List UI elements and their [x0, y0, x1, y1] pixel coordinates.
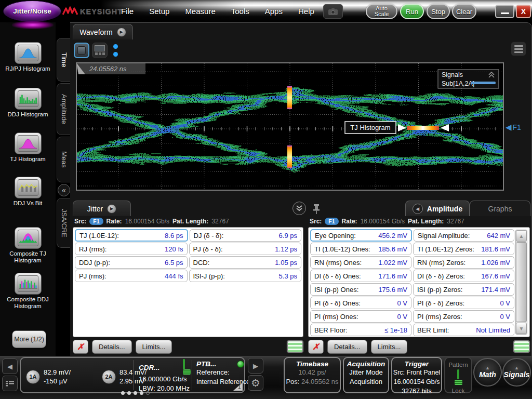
- channel-2a-badge[interactable]: 2A: [102, 370, 116, 384]
- result-cell[interactable]: DJ (δ - δ):6.9 ps: [190, 229, 302, 242]
- dock-scroll-left-button[interactable]: ◀: [2, 358, 18, 374]
- graphs-tab[interactable]: Graphs: [470, 201, 530, 216]
- jitter-tab[interactable]: Jitter ▶: [73, 201, 131, 216]
- trigger-panel[interactable]: Trigger Src: Front Panel 16.000154 Gb/s …: [391, 357, 442, 393]
- result-cell[interactable]: DI (δ - δ) Ones:171.6 mV: [310, 270, 411, 282]
- amplitude-details-button[interactable]: Details...: [327, 340, 367, 354]
- result-cell[interactable]: Signal Amplitude:642 mV: [414, 229, 514, 242]
- menu-file[interactable]: File: [121, 7, 134, 16]
- scroll-down-icon[interactable]: ▼: [516, 323, 527, 334]
- result-cell[interactable]: ISI-J (p-p):5.3 ps: [189, 270, 302, 282]
- vtab-jsa-cre[interactable]: JSA/CRE: [57, 198, 71, 248]
- channel-1a-badge[interactable]: 1A: [26, 370, 40, 384]
- more-measurements-button[interactable]: More (1/2): [12, 330, 46, 348]
- menu-measure[interactable]: Measure: [185, 7, 215, 16]
- amplitude-results-tab[interactable]: ◀ Amplitude: [405, 201, 470, 216]
- tj-histogram-label: TJ Histogram: [350, 124, 390, 131]
- result-cell[interactable]: RJ (rms):120 fs: [75, 243, 188, 255]
- screenshot-button[interactable]: [323, 4, 343, 19]
- source-badge[interactable]: F1: [89, 218, 103, 225]
- eye-diagram-display[interactable]: TJ Histogram Signals Sub[1A,2A] 24.05562…: [76, 62, 504, 191]
- composite-bars-icon: [18, 276, 38, 291]
- vtab-time[interactable]: Time: [57, 38, 71, 82]
- vtab-amplitude[interactable]: Amplitude: [57, 83, 71, 135]
- menu-setup[interactable]: Setup: [149, 7, 169, 16]
- sidebar-item-ddj-histogram[interactable]: DDJ Histogram: [0, 88, 56, 118]
- acquisition-panel[interactable]: Acquisition Jitter Mode Acquisition: [343, 357, 389, 393]
- result-cell[interactable]: Eye Opening:456.2 mV: [310, 229, 412, 242]
- clear-button[interactable]: Clear: [452, 4, 476, 19]
- amplitude-table-scrollbar[interactable]: ▲ ▼: [515, 230, 527, 335]
- result-cell[interactable]: PI (δ - δ) Zeros:0 V: [413, 297, 514, 309]
- sidebar-collapse-button[interactable]: «: [58, 184, 70, 196]
- result-cell[interactable]: PI (δ - δ) Ones:0 V: [310, 297, 411, 309]
- view-indicator-dot-1[interactable]: [113, 44, 118, 49]
- result-cell[interactable]: DDJ (p-p):6.5 ps: [75, 256, 188, 269]
- stop-button[interactable]: Stop: [427, 4, 450, 19]
- sidebar-item-rjpj-histogram[interactable]: RJ/PJ Histogram: [0, 42, 56, 72]
- signals-legend[interactable]: Signals Sub[1A,2A]: [438, 70, 499, 88]
- f1-source-marker[interactable]: ◀ F1: [506, 123, 521, 132]
- result-value: 1.026 mV: [481, 259, 510, 267]
- amplitude-close-button[interactable]: ✗: [308, 340, 324, 354]
- app-logo[interactable]: Jitter/Noise: [3, 1, 61, 22]
- eye-diagram[interactable]: TJ Histogram Signals Sub[1A,2A] 24.05562…: [77, 63, 503, 190]
- result-cell[interactable]: RN (rms) Zeros:1.026 mV: [413, 256, 514, 269]
- math-button[interactable]: ▲ Math: [473, 358, 502, 387]
- result-cell[interactable]: TJ (1.0E-12):8.6 ps: [75, 229, 188, 242]
- waveform-tab[interactable]: Waveform ▶: [73, 24, 133, 39]
- sidebar-item-composite-ddj-histogram[interactable]: Composite DDJ Histogram: [0, 273, 56, 310]
- result-cell[interactable]: TI (1.0E-12) Zeros:181.6 mV: [413, 243, 514, 255]
- jitter-histogram-toggle[interactable]: [287, 340, 303, 353]
- menu-apps[interactable]: Apps: [265, 7, 283, 16]
- result-cell[interactable]: DI (δ - δ) Zeros:167.6 mV: [413, 270, 514, 282]
- result-cell[interactable]: PI (rms) Ones:0 V: [310, 310, 411, 323]
- result-cell[interactable]: BER Limit:Not Limited: [413, 324, 514, 336]
- jitter-close-button[interactable]: ✗: [73, 340, 88, 354]
- result-cell[interactable]: PJ (δ - δ):1.12 ps: [189, 243, 302, 255]
- sidebar-item-tj-histogram[interactable]: TJ Histogram: [0, 132, 56, 163]
- result-cell[interactable]: PJ (rms):444 fs: [75, 270, 188, 282]
- jitter-details-button[interactable]: Details...: [92, 340, 132, 354]
- result-cell[interactable]: PI (rms) Zeros:0 V: [413, 310, 514, 323]
- amplitude-histogram-toggle[interactable]: [513, 340, 530, 353]
- result-cell[interactable]: RN (rms) Ones:1.022 mV: [310, 256, 411, 269]
- panel-collapse-button[interactable]: [292, 202, 306, 215]
- menu-tools[interactable]: Tools: [231, 7, 249, 16]
- dock-list-button[interactable]: [2, 376, 18, 391]
- waveform-tab-menu-icon[interactable]: ▶: [117, 28, 126, 37]
- view-indicator-dot-2[interactable]: [113, 52, 118, 57]
- sidebar-item-composite-tj-histogram[interactable]: Composite TJ Histogram: [0, 227, 56, 264]
- jitter-tab-menu-icon[interactable]: ▶: [107, 204, 116, 214]
- dock-settings-button[interactable]: ⚙: [248, 375, 263, 391]
- amplitude-tab-back-icon[interactable]: ◀: [413, 204, 423, 214]
- minimize-button[interactable]: [495, 5, 514, 18]
- amplitude-limits-button[interactable]: Limits...: [371, 340, 408, 354]
- split-view-button[interactable]: [92, 43, 108, 58]
- result-cell[interactable]: DCD:1.05 ps: [189, 256, 302, 269]
- display-menu-button[interactable]: [511, 42, 526, 56]
- jitter-limits-button[interactable]: Limits...: [136, 340, 172, 354]
- dock-scroll-right-button[interactable]: ▶: [248, 358, 263, 374]
- single-view-button[interactable]: [74, 43, 89, 58]
- menu-help[interactable]: Help: [298, 7, 314, 16]
- scrollbar-thumb[interactable]: [516, 242, 527, 322]
- scroll-up-icon[interactable]: ▲: [516, 230, 527, 242]
- dock-page-dots[interactable]: [121, 391, 150, 395]
- timebase-panel[interactable]: Timebase 10.42 ps/ Pos: 24.05562 ns: [284, 357, 341, 393]
- result-cell[interactable]: ISI (p-p) Zeros:171.4 mV: [413, 283, 514, 296]
- auto-scale-button[interactable]: Auto Scale: [366, 4, 397, 19]
- pin-button[interactable]: [312, 203, 321, 215]
- signals-button[interactable]: ▲ Signals: [502, 358, 531, 387]
- close-button[interactable]: X: [516, 5, 531, 18]
- result-cell[interactable]: TI (1.0E-12) Ones:185.6 mV: [310, 243, 411, 255]
- cdr-status[interactable]: CDR... 16.000000 Gb/s LBW: 20.00 MHz: [139, 360, 191, 393]
- run-button[interactable]: Run: [400, 4, 424, 19]
- channel-1a-status[interactable]: 1A 82.9 mV/ -150 µV: [26, 368, 71, 385]
- result-cell[interactable]: BER Floor:≤ 1e-18: [310, 324, 411, 336]
- source-badge[interactable]: F1: [325, 218, 338, 225]
- pattern-lock-button[interactable]: Pattern Lock: [444, 357, 472, 393]
- vtab-meas[interactable]: Meas: [57, 137, 71, 182]
- result-cell[interactable]: ISI (p-p) Ones:175.6 mV: [310, 283, 411, 296]
- sidebar-item-ddj-vs-bit[interactable]: DDJ Vs Bit: [0, 177, 56, 207]
